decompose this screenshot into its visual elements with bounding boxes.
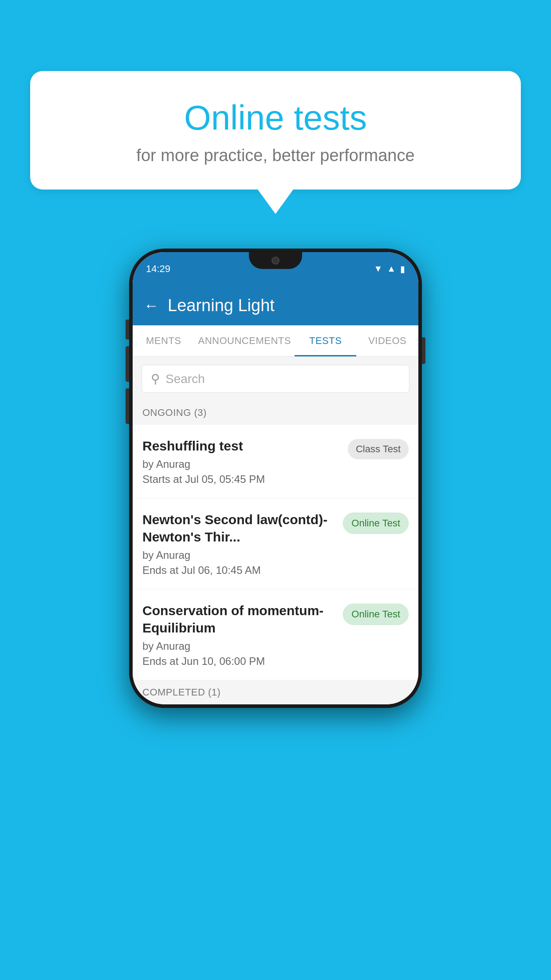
class-test-badge: Class Test: [348, 439, 409, 459]
test-title: Newton's Second law(contd)-Newton's Thir…: [142, 511, 336, 545]
power-button[interactable]: [422, 337, 425, 364]
status-icons: ▼ ▲ ▮: [374, 264, 405, 274]
wifi-icon: ▼: [374, 264, 382, 274]
volume-up-button[interactable]: [126, 346, 129, 382]
online-test-badge: Online Test: [343, 604, 409, 625]
test-item[interactable]: Conservation of momentum-Equilibrium by …: [133, 589, 418, 680]
ongoing-section-header: ONGOING (3): [133, 401, 418, 425]
test-author: by Anurag: [142, 549, 336, 561]
search-container: ⚲ Search: [133, 357, 418, 401]
speech-bubble-container: Online tests for more practice, better p…: [30, 71, 521, 214]
speech-bubble-title: Online tests: [52, 98, 499, 138]
notch: [249, 252, 302, 269]
tab-assignments[interactable]: MENTS: [133, 325, 195, 356]
test-time: Ends at Jun 10, 06:00 PM: [142, 655, 336, 668]
battery-icon: ▮: [400, 264, 405, 274]
toolbar-title: Learning Light: [168, 296, 275, 315]
speech-bubble: Online tests for more practice, better p…: [30, 71, 521, 190]
phone-container: 14:29 ▼ ▲ ▮ ← Learning Light MENTS: [129, 249, 422, 708]
search-placeholder: Search: [165, 372, 205, 386]
speech-bubble-arrow: [258, 190, 293, 214]
tab-videos[interactable]: VIDEOS: [356, 325, 418, 356]
test-title: Reshuffling test: [142, 437, 341, 454]
test-time: Starts at Jul 05, 05:45 PM: [142, 473, 341, 486]
completed-section-header: COMPLETED (1): [133, 680, 418, 704]
signal-icon: ▲: [387, 264, 396, 274]
test-list: Reshuffling test by Anurag Starts at Jul…: [133, 425, 418, 680]
test-item[interactable]: Newton's Second law(contd)-Newton's Thir…: [133, 498, 418, 589]
status-time: 14:29: [146, 263, 170, 275]
back-button[interactable]: ←: [144, 297, 159, 314]
tab-announcements[interactable]: ANNOUNCEMENTS: [195, 325, 295, 356]
test-time: Ends at Jul 06, 10:45 AM: [142, 564, 336, 577]
phone-frame: 14:29 ▼ ▲ ▮ ← Learning Light MENTS: [129, 249, 422, 708]
volume-down-button[interactable]: [126, 388, 129, 424]
test-item[interactable]: Reshuffling test by Anurag Starts at Jul…: [133, 425, 418, 498]
search-icon: ⚲: [151, 371, 160, 386]
status-bar: 14:29 ▼ ▲ ▮: [133, 252, 418, 285]
test-title: Conservation of momentum-Equilibrium: [142, 602, 336, 636]
volume-silent-button[interactable]: [126, 320, 129, 340]
app-toolbar: ← Learning Light: [133, 285, 418, 325]
online-test-badge: Online Test: [343, 513, 409, 534]
test-author: by Anurag: [142, 640, 336, 652]
tabs-container: MENTS ANNOUNCEMENTS TESTS VIDEOS: [133, 325, 418, 357]
test-info: Newton's Second law(contd)-Newton's Thir…: [142, 511, 336, 577]
phone-screen: 14:29 ▼ ▲ ▮ ← Learning Light MENTS: [133, 252, 418, 704]
speech-bubble-subtitle: for more practice, better performance: [52, 146, 499, 165]
tab-tests[interactable]: TESTS: [295, 325, 357, 356]
test-info: Conservation of momentum-Equilibrium by …: [142, 602, 336, 668]
front-camera: [272, 257, 279, 265]
test-info: Reshuffling test by Anurag Starts at Jul…: [142, 437, 341, 486]
test-author: by Anurag: [142, 458, 341, 470]
search-bar[interactable]: ⚲ Search: [142, 365, 409, 393]
